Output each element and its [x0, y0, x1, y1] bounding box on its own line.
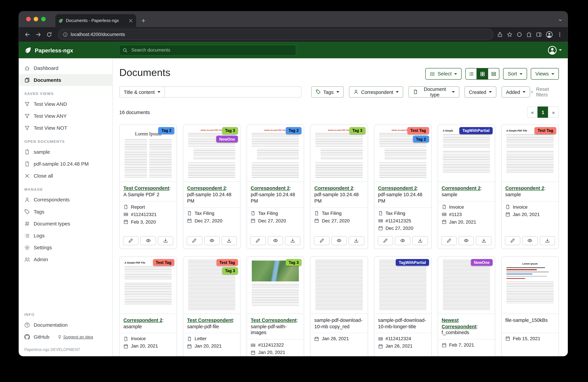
document-thumbnail[interactable]: Lorem IpsumTag 2	[120, 125, 177, 182]
suggest-id​ea-link[interactable]: Suggest an idea	[58, 335, 93, 339]
edit-button[interactable]	[505, 236, 520, 245]
view-button[interactable]	[331, 236, 347, 245]
bookmark-star-icon[interactable]	[507, 32, 512, 37]
site-info-icon[interactable]	[63, 32, 68, 37]
sidebar-item-saved-view-not[interactable]: Test View NOT	[19, 122, 112, 134]
download-button[interactable]	[285, 236, 301, 245]
next-page-button[interactable]: »	[548, 106, 559, 118]
sidebar-item-logs[interactable]: Logs	[19, 229, 112, 241]
document-thumbnail[interactable]: TagWithPartial	[374, 257, 431, 314]
user-menu[interactable]	[548, 45, 562, 55]
view-button[interactable]	[522, 236, 538, 245]
document-thumbnail[interactable]: Adobe Acrobat PDF FilesTag 3	[311, 125, 368, 182]
correspondent-link[interactable]: Newest Correspondent	[441, 317, 476, 329]
forward-button[interactable]	[33, 29, 43, 40]
sidebar-item-saved-view-and[interactable]: Test View AND	[19, 98, 112, 110]
correspondent-link[interactable]: Test Correspondent	[251, 317, 297, 323]
edit-button[interactable]	[187, 236, 202, 245]
download-button[interactable]	[412, 236, 428, 245]
sidebar-item-settings[interactable]: Settings	[19, 241, 112, 253]
sidebar-item-close-all[interactable]: Close all	[19, 170, 112, 181]
reload-button[interactable]	[44, 29, 54, 40]
sidebar-item-open-doc-sample[interactable]: sample	[19, 146, 112, 158]
download-button[interactable]	[349, 236, 364, 245]
sidebar-item-dashboard[interactable]: Dashboard	[19, 62, 112, 74]
view-button[interactable]	[140, 236, 156, 245]
reset-filters-button[interactable]: Reset filters	[530, 86, 559, 98]
document-thumbnail[interactable]: Tag 3	[247, 257, 304, 314]
view-button[interactable]	[268, 236, 283, 245]
document-thumbnail[interactable]: Adobe Acrobat PDF FilesTest TagTag 2	[374, 125, 431, 182]
tag-pill[interactable]: TagWithPartial	[396, 259, 429, 266]
edit-button[interactable]	[123, 236, 139, 245]
correspondent-link[interactable]: Correspondent 2	[314, 185, 353, 191]
view-button[interactable]	[459, 236, 474, 245]
view-list-button[interactable]	[465, 68, 477, 80]
document-thumbnail[interactable]: A Simple PDF FileTest Tag	[502, 125, 559, 182]
sidebar-item-github[interactable]: GitHub Suggest an idea	[19, 331, 112, 343]
added-filter-button[interactable]: Added	[502, 86, 530, 98]
tag-pill[interactable]: Tag 2	[413, 136, 429, 142]
document-thumbnail[interactable]: Lorem ipsum	[502, 257, 559, 314]
correspondent-link[interactable]: Correspondent 2	[251, 185, 290, 191]
view-button[interactable]	[395, 236, 411, 245]
title-content-dropdown[interactable]: Title & content	[119, 86, 165, 98]
sidebar-item-documentation[interactable]: Documentation	[19, 319, 112, 331]
correspondent-link[interactable]: Correspondent 2	[505, 185, 544, 191]
page-1-button[interactable]: 1	[538, 106, 548, 118]
correspondent-link[interactable]: Correspondent 2	[441, 185, 481, 191]
document-thumbnail[interactable]: A SimpleTagWithPartial	[438, 125, 495, 182]
tag-pill[interactable]: Tag 3	[349, 127, 365, 134]
tab-close-icon[interactable]	[128, 18, 133, 23]
tab-search-button[interactable]	[558, 18, 563, 22]
document-thumbnail[interactable]: A Simple PDF FileTest Tag	[120, 257, 177, 314]
correspondent-link[interactable]: Correspondent 2	[187, 185, 226, 191]
download-button[interactable]	[540, 236, 555, 245]
document-thumbnail[interactable]: Test TagTag 3	[183, 257, 240, 314]
browser-profile-avatar[interactable]	[546, 31, 553, 38]
side-panel-icon[interactable]	[536, 32, 542, 37]
document-thumbnail[interactable]: NewOne	[438, 257, 495, 314]
window-zoom-button[interactable]	[41, 17, 46, 21]
sidebar-item-documents[interactable]: Documents	[19, 74, 112, 86]
sidebar-item-document-types[interactable]: Document types	[19, 218, 112, 229]
download-button[interactable]	[476, 236, 491, 245]
correspondent-link[interactable]: Correspondent 2	[123, 317, 162, 323]
sidebar-item-saved-view-any[interactable]: Test View ANY	[19, 110, 112, 122]
address-bar[interactable]: localhost:4200/documents	[58, 29, 493, 40]
sidebar-item-tags[interactable]: Tags	[19, 206, 112, 218]
sidebar-item-correspondents[interactable]: Correspondents	[19, 194, 112, 206]
previous-page-button[interactable]: «	[527, 106, 538, 118]
select-button[interactable]: Select	[425, 68, 462, 80]
edit-button[interactable]	[378, 236, 393, 245]
browser-menu-icon[interactable]	[557, 32, 563, 37]
document-thumbnail[interactable]	[311, 257, 368, 314]
correspondent-link[interactable]: Correspondent 2	[378, 185, 417, 191]
back-button[interactable]	[22, 29, 33, 40]
tag-pill[interactable]: Tag 3	[286, 259, 302, 266]
document-type-filter-button[interactable]: Document type	[409, 86, 459, 98]
tag-pill[interactable]: Test Tag	[535, 127, 556, 134]
download-button[interactable]	[158, 236, 173, 245]
sidebar-item-admin[interactable]: Admin	[19, 254, 112, 265]
window-minimize-button[interactable]	[34, 17, 38, 21]
download-button[interactable]	[221, 236, 237, 245]
views-button[interactable]: Views	[531, 68, 559, 80]
tag-pill[interactable]: Tag 3	[222, 127, 238, 134]
tag-pill[interactable]: Test Tag	[153, 259, 174, 266]
view-button[interactable]	[204, 236, 220, 245]
tag-pill[interactable]: TagWithPartial	[460, 127, 493, 134]
tag-pill[interactable]: NewOne	[216, 136, 238, 142]
view-details-button[interactable]	[488, 68, 500, 80]
share-icon[interactable]	[497, 32, 503, 37]
tags-filter-button[interactable]: Tags	[311, 86, 344, 98]
extensions-puzzle-icon[interactable]	[526, 32, 532, 37]
tag-pill[interactable]: Tag 2	[286, 127, 302, 134]
edit-button[interactable]	[314, 236, 330, 245]
tag-pill[interactable]: Test Tag	[407, 127, 429, 134]
edit-button[interactable]	[250, 236, 266, 245]
tag-pill[interactable]: Tag 2	[158, 127, 174, 134]
document-thumbnail[interactable]: Adobe Acrobat PDF FilesTag 3NewOne	[183, 125, 240, 182]
created-filter-button[interactable]: Created	[464, 86, 496, 98]
new-tab-button[interactable]	[138, 16, 148, 25]
